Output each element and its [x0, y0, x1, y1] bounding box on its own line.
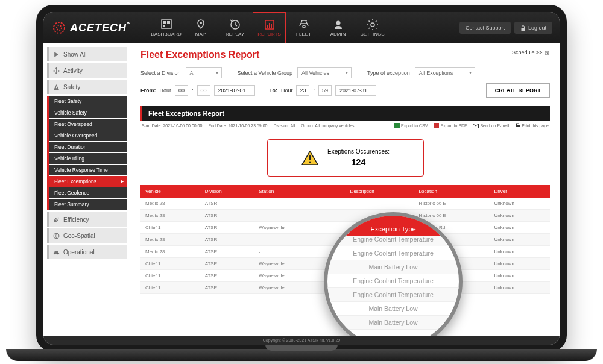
from-minute-input[interactable]: 00 [197, 85, 210, 96]
callout-label: Exeptions Occurences: [327, 147, 390, 156]
svg-rect-27 [517, 124, 519, 125]
table-header: Division [200, 185, 254, 198]
move-icon [53, 67, 60, 74]
sidebar-item-vehicle-response-time[interactable]: Vehicle Response Time [49, 165, 127, 175]
nav-dashboard[interactable]: DASHBOARD [150, 12, 183, 43]
sidebar-item-fleet-overspeed[interactable]: Fleet Overspeed [49, 119, 127, 130]
svg-point-12 [303, 25, 305, 28]
magnifier-row: Engine Coolant Temperature [327, 246, 459, 260]
logo-icon [51, 20, 68, 35]
print-link[interactable]: Print this page [515, 123, 549, 128]
mail-icon [473, 124, 479, 128]
table-header: Vehicle [140, 185, 200, 198]
warning-triangle-icon [301, 150, 319, 166]
report-meta: Start Date: 2021-10-06 00:00:00 End Date… [140, 121, 550, 131]
magnifier-row: Main Battery Low [327, 260, 459, 274]
sidebar-item-vehicle-idling[interactable]: Vehicle Idling [49, 153, 127, 164]
svg-point-13 [336, 21, 340, 25]
logout-button[interactable]: Log out [514, 22, 552, 34]
reports-icon [264, 19, 276, 30]
sidebar-item-fleet-duration[interactable]: Fleet Duration [49, 142, 127, 152]
svg-rect-3 [163, 21, 166, 24]
from-date-input[interactable]: 2021-07-01 [214, 85, 255, 96]
play-icon [53, 51, 60, 58]
from-hour-input[interactable]: 00 [175, 85, 188, 96]
create-report-button[interactable]: CREATE REPORT [486, 83, 550, 98]
laptop-notch [265, 345, 338, 351]
to-label: To: [270, 87, 277, 93]
laptop-frame: ACETECH™ DASHBOARDMAPREPLAYREPORTSFLEETA… [36, 5, 567, 352]
exception-type-select[interactable]: All Exceptions [415, 67, 475, 78]
svg-rect-28 [309, 155, 311, 160]
table-header: Station [254, 185, 326, 198]
sidebar-cat-efficiency[interactable]: Efficiency [47, 212, 127, 227]
nav-admin[interactable]: ADMIN [321, 12, 355, 43]
table-header: Description [346, 185, 414, 198]
nav-settings[interactable]: SETTINGS [356, 12, 389, 43]
vehicle-group-select[interactable]: All Vehicles [297, 67, 352, 78]
sidebar-cat-activity[interactable]: Activity [47, 63, 127, 78]
laptop-base [6, 349, 597, 361]
svg-rect-16 [56, 86, 57, 88]
magnifier-row: Main Battery Low [327, 316, 459, 330]
contact-support-button[interactable]: Contact Support [459, 22, 511, 34]
sidebar-cat-show-all[interactable]: Show All [47, 47, 127, 61]
magnifier-row: Engine Coolant Temperature [327, 288, 459, 302]
table-header [326, 185, 346, 198]
svg-rect-24 [434, 123, 439, 128]
exceptions-callout: Exeptions Occurences: 124 [267, 139, 424, 177]
sidebar-item-fleet-safety[interactable]: Fleet Safety [49, 96, 127, 107]
dashboard-icon [160, 19, 172, 30]
to-hour-input[interactable]: 23 [296, 85, 309, 96]
sidebar-safety-submenu: Fleet SafetyVehicle SafetyFleet Overspee… [49, 96, 127, 210]
main-nav: DASHBOARDMAPREPLAYREPORTSFLEETADMINSETTI… [150, 12, 389, 43]
table-header: Driver [489, 185, 550, 198]
magnifier-row: Main Battery Low [327, 302, 459, 316]
sidebar-cat-geo-spatial[interactable]: Geo-Spatial [47, 228, 127, 243]
svg-rect-23 [394, 123, 400, 128]
to-minute-input[interactable]: 59 [318, 85, 332, 96]
lock-icon [520, 25, 526, 31]
settings-icon [367, 19, 379, 30]
brand-name: ACETECH™ [70, 22, 131, 34]
svg-point-6 [200, 22, 202, 24]
table-header: Location [414, 185, 490, 198]
footer: Copyright © 2008-2021 ATSR ltd. v1.0.29 [43, 336, 560, 345]
sidebar-cat-operational[interactable]: Operational [47, 245, 127, 259]
svg-rect-17 [56, 88, 57, 89]
replay-icon [229, 19, 241, 30]
sidebar-item-vehicle-safety[interactable]: Vehicle Safety [49, 107, 127, 118]
svg-rect-11 [271, 24, 272, 28]
export-csv-link[interactable]: Export to CSV [394, 123, 428, 128]
to-date-input[interactable]: 2021-07-31 [335, 85, 376, 96]
send-email-link[interactable]: Send on E-mail [473, 123, 509, 128]
nav-reports[interactable]: REPORTS [253, 12, 286, 43]
svg-point-5 [163, 25, 165, 27]
sidebar-item-fleet-excemptions[interactable]: Fleet Excemptions▶ [49, 176, 127, 187]
sidebar-item-fleet-geofence[interactable]: Fleet Geofence [49, 187, 127, 198]
nav-fleet[interactable]: FLEET [287, 12, 320, 43]
division-label: Select a Division [140, 70, 181, 76]
sidebar-cat-safety[interactable]: Safety [47, 80, 127, 94]
vehicle-group-label: Select a Vehicle Group [238, 70, 293, 76]
from-label: From: [140, 87, 156, 93]
nav-map[interactable]: MAP [184, 12, 217, 43]
svg-rect-19 [54, 253, 59, 254]
svg-rect-10 [269, 23, 270, 28]
admin-icon [332, 19, 344, 30]
svg-point-14 [371, 23, 374, 27]
fleet-icon [298, 19, 310, 30]
sidebar-item-vehicle-overspeed[interactable]: Vehicle Overspeed [49, 130, 127, 141]
nav-replay[interactable]: REPLAY [218, 12, 251, 43]
callout-value: 124 [327, 156, 390, 169]
table-row: Medic 28ATSR-Historic 66 EUnknown [140, 198, 550, 210]
map-icon [195, 19, 207, 30]
schedule-link[interactable]: Schedule >> [512, 49, 550, 55]
page-title: Fleet Excemptions Report [140, 49, 550, 60]
export-pdf-link[interactable]: Export to PDF [434, 123, 467, 128]
svg-point-29 [309, 161, 311, 163]
division-select[interactable]: All [186, 67, 222, 78]
sidebar-item-fleet-summary[interactable]: Fleet Summary [49, 199, 127, 210]
exception-type-label: Type of exception [367, 70, 410, 76]
report-title-bar: Fleet Exceptions Report [140, 106, 550, 121]
